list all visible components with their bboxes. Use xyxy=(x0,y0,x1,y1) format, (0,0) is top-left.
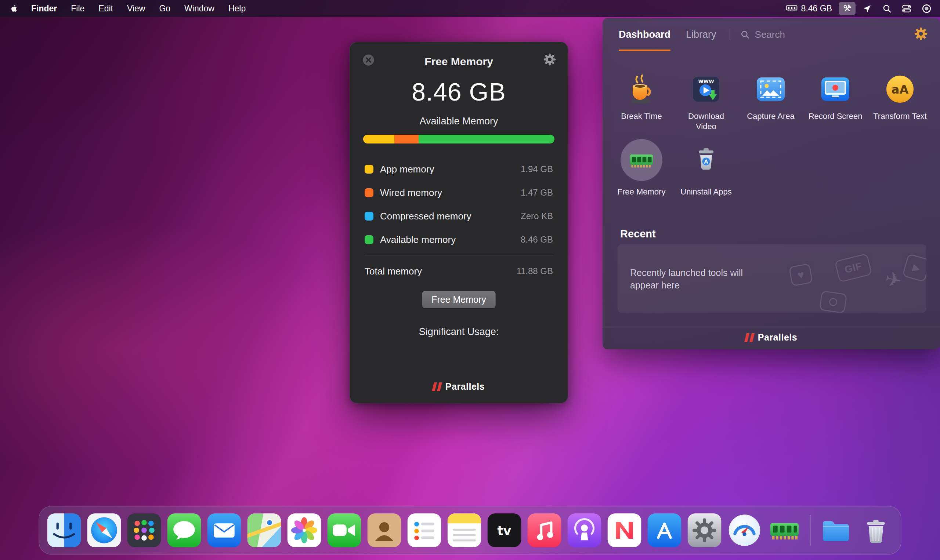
parallels-logo-bars-icon xyxy=(433,382,441,391)
window-settings-button[interactable] xyxy=(544,53,556,67)
parallels-logo-text: Parallels xyxy=(445,381,485,392)
menu-go[interactable]: Go xyxy=(152,0,177,17)
search-input[interactable] xyxy=(754,29,872,41)
tool-free-memory[interactable]: Free Memory xyxy=(609,138,674,197)
ghost-heart-icon: ♥ xyxy=(789,263,813,286)
menu-bar: Finder File Edit View Go Window Help 8.4… xyxy=(0,0,940,17)
bar-segment-available-memory xyxy=(419,135,555,143)
dock-safari[interactable] xyxy=(87,513,121,547)
legend-value: 1.47 GB xyxy=(521,188,553,198)
dock-system-preferences[interactable] xyxy=(688,513,721,547)
control-center-menu-icon[interactable] xyxy=(898,2,915,15)
dock-contacts[interactable] xyxy=(368,513,401,547)
dock-finder[interactable] xyxy=(47,513,81,547)
menu-help[interactable]: Help xyxy=(222,0,253,17)
dock-music[interactable] xyxy=(528,513,561,547)
wired-memory-swatch xyxy=(365,188,373,197)
header-divider xyxy=(730,29,730,40)
svg-text:tv: tv xyxy=(498,524,512,538)
capture-area-icon xyxy=(755,72,787,106)
recent-empty-box: Recently launched tools will appear here… xyxy=(618,245,926,313)
recent-section-title: Recent xyxy=(620,228,656,240)
compressed-memory-swatch xyxy=(365,212,373,220)
dock-parallels-toolbox[interactable] xyxy=(728,513,761,547)
apple-menu[interactable] xyxy=(5,0,24,17)
dock-reminders[interactable] xyxy=(408,513,441,547)
location-menu-icon[interactable] xyxy=(858,2,875,15)
dock-free-memory[interactable] xyxy=(768,513,801,547)
menu-file[interactable]: File xyxy=(64,0,91,17)
dock-downloads-folder[interactable] xyxy=(819,513,853,547)
gear-icon xyxy=(544,53,556,66)
tool-label: Break Time xyxy=(621,111,662,122)
dock-messages[interactable] xyxy=(168,513,201,547)
tool-capture-area[interactable]: Capture Area xyxy=(738,72,803,132)
search-icon xyxy=(740,30,750,39)
parallels-logo: Parallels xyxy=(603,332,940,343)
legend-row-wired-memory: Wired memory 1.47 GB xyxy=(365,181,553,205)
toolbox-settings-button[interactable] xyxy=(914,27,928,42)
tool-label: Capture Area xyxy=(747,111,795,122)
dock-podcasts[interactable] xyxy=(568,513,601,547)
tab-library[interactable]: Library xyxy=(686,18,717,51)
tools-icon xyxy=(842,4,852,14)
user-menu-icon[interactable] xyxy=(918,2,935,15)
menu-view[interactable]: View xyxy=(120,0,152,17)
dock-news[interactable] xyxy=(608,513,641,547)
tool-record-screen[interactable]: Record Screen xyxy=(803,72,868,132)
svg-text:aA: aA xyxy=(892,83,909,97)
free-memory-button[interactable]: Free Memory xyxy=(422,291,496,308)
memory-legend: App memory 1.94 GB Wired memory 1.47 GB … xyxy=(365,157,553,251)
spotlight-menu-icon[interactable] xyxy=(878,2,895,15)
parallels-logo: Parallels xyxy=(350,381,568,392)
bar-segment-wired-memory xyxy=(394,135,418,143)
menu-window[interactable]: Window xyxy=(177,0,222,17)
legend-row-app-memory: App memory 1.94 GB xyxy=(365,157,553,181)
dock-separator xyxy=(810,515,811,546)
apple-logo-icon xyxy=(9,4,18,13)
dock-trash[interactable] xyxy=(859,513,893,547)
toolbox-search[interactable] xyxy=(740,29,914,41)
uninstall-apps-icon xyxy=(690,138,722,182)
total-memory-label: Total memory xyxy=(365,266,422,277)
dock-launchpad[interactable] xyxy=(128,513,161,547)
tool-uninstall-apps[interactable]: Uninstall Apps xyxy=(674,138,738,197)
menu-edit[interactable]: Edit xyxy=(91,0,120,17)
dock-notes[interactable] xyxy=(448,513,481,547)
toolbox-header: Dashboard Library xyxy=(603,18,940,51)
svg-text:WWW: WWW xyxy=(698,78,714,84)
total-memory-row: Total memory 11.88 GB xyxy=(365,260,553,283)
free-memory-highlight-circle xyxy=(621,139,663,181)
tool-label: Transform Text xyxy=(873,111,926,122)
available-memory-swatch xyxy=(365,235,373,244)
tool-label: Record Screen xyxy=(809,111,863,122)
tools-row-2: Free Memory Uninstall Apps xyxy=(609,138,738,197)
parallels-toolbox-menu-icon[interactable] xyxy=(839,2,855,15)
legend-label: Wired memory xyxy=(380,187,442,198)
free-memory-status-item[interactable]: 8.46 GB xyxy=(782,4,836,14)
free-memory-ram-icon xyxy=(627,146,656,174)
app-menu-finder[interactable]: Finder xyxy=(24,0,64,17)
ghost-gif-icon: GIF xyxy=(834,253,872,283)
tool-break-time[interactable]: Break Time xyxy=(609,72,674,132)
dock-app-store[interactable] xyxy=(648,513,681,547)
tab-dashboard[interactable]: Dashboard xyxy=(619,18,670,51)
tool-transform-text[interactable]: aA Transform Text xyxy=(868,72,932,132)
legend-label: Available memory xyxy=(380,234,456,246)
legend-label: App memory xyxy=(380,164,434,175)
memory-status-label: 8.46 GB xyxy=(801,4,832,14)
tab-dashboard-label: Dashboard xyxy=(619,29,670,40)
dock-mail[interactable] xyxy=(208,513,241,547)
window-title: Free Memory xyxy=(350,55,568,68)
break-time-icon xyxy=(625,72,658,106)
transform-text-icon: aA xyxy=(884,72,916,106)
dock-photos[interactable] xyxy=(288,513,321,547)
control-center-icon xyxy=(902,4,911,13)
tab-library-label: Library xyxy=(686,29,717,40)
dock-tv[interactable]: tv xyxy=(488,513,521,547)
recent-empty-text: Recently launched tools will appear here xyxy=(630,266,757,291)
tool-download-video[interactable]: WWW Download Video xyxy=(674,72,738,132)
dock-maps[interactable] xyxy=(248,513,281,547)
menu-bar-status-area: 8.46 GB xyxy=(782,0,935,17)
dock-facetime[interactable] xyxy=(328,513,361,547)
